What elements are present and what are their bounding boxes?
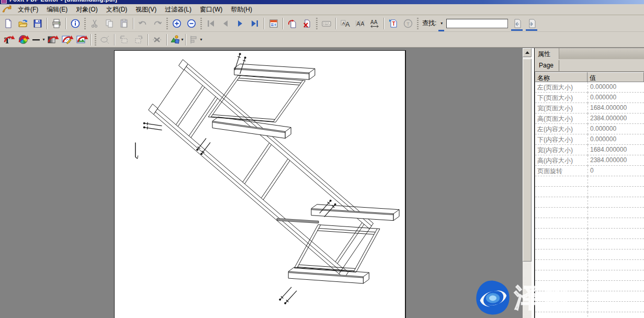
property-name bbox=[535, 302, 587, 312]
font-spacing-button[interactable]: AA bbox=[353, 17, 367, 30]
toolbar-separator bbox=[383, 18, 385, 29]
add-text-object-button[interactable]: T bbox=[2, 33, 15, 46]
toolbar-separator bbox=[264, 18, 265, 29]
print-button[interactable] bbox=[50, 17, 63, 30]
toolbar-separator bbox=[185, 34, 186, 46]
find-options-dropdown[interactable]: ▾ bbox=[438, 17, 445, 30]
next-page-button[interactable] bbox=[233, 17, 247, 30]
property-value[interactable]: 0.000000 bbox=[587, 124, 644, 134]
menu-item-2[interactable]: 编辑(E) bbox=[42, 4, 72, 15]
property-name bbox=[535, 270, 587, 281]
delete-page-button[interactable] bbox=[300, 17, 314, 30]
font-size-button[interactable]: AA bbox=[338, 17, 352, 30]
page-layout-icon bbox=[268, 18, 279, 29]
property-row-empty bbox=[535, 229, 644, 239]
menu-item-5[interactable]: 视图(V) bbox=[131, 4, 161, 15]
canvas-area[interactable] bbox=[0, 48, 523, 318]
clone-object-button bbox=[98, 33, 112, 46]
toolbar-grip[interactable] bbox=[200, 18, 202, 29]
property-value[interactable]: 1684.000000 bbox=[587, 145, 644, 155]
add-text-page-button[interactable]: T bbox=[387, 17, 400, 30]
prev-page-icon bbox=[220, 18, 231, 29]
align-objects-button: ▾ bbox=[188, 33, 202, 46]
menu-item-6[interactable]: 过滤器(L) bbox=[161, 4, 196, 15]
property-name bbox=[535, 291, 587, 302]
property-row-empty bbox=[535, 291, 644, 302]
menu-item-8[interactable]: 帮助(H) bbox=[227, 4, 256, 15]
property-row: 下(内容大小)0.000000 bbox=[535, 134, 644, 145]
document-icon[interactable] bbox=[2, 5, 12, 14]
properties-rows: 左(页面大小)0.000000下(页面大小)0.000000宽(页面大小)168… bbox=[535, 82, 644, 318]
property-name: 页面旋转 bbox=[535, 166, 587, 176]
toolbar-grip[interactable] bbox=[417, 18, 419, 29]
find-previous-button[interactable] bbox=[510, 17, 524, 30]
property-row-empty bbox=[535, 302, 644, 312]
add-text-icon: T bbox=[388, 18, 399, 29]
property-row: 左(页面大小)0.000000 bbox=[535, 82, 644, 93]
property-value bbox=[587, 270, 644, 281]
toolbar-grip[interactable] bbox=[316, 18, 318, 29]
property-name: 高(页面大小) bbox=[535, 113, 587, 124]
property-row-empty bbox=[535, 187, 644, 197]
scrollbar-thumb[interactable] bbox=[523, 59, 532, 262]
property-row-empty bbox=[535, 208, 644, 218]
menu-item-7[interactable]: 窗口(W) bbox=[196, 4, 227, 15]
property-value[interactable]: 0.000000 bbox=[587, 82, 644, 93]
text-tool-icon: T bbox=[3, 34, 14, 46]
shapes-icon bbox=[170, 34, 181, 46]
property-value[interactable]: 2384.000000 bbox=[587, 113, 644, 124]
toolbar-separator bbox=[283, 18, 284, 29]
rotate-right-icon bbox=[133, 34, 144, 46]
chevron-down-icon: ▾ bbox=[440, 21, 443, 26]
find-input[interactable] bbox=[446, 19, 508, 28]
last-page-button[interactable] bbox=[248, 17, 262, 30]
properties-panel-caption: 属性 bbox=[535, 48, 644, 59]
app-icon bbox=[1, 0, 7, 4]
save-file-button[interactable] bbox=[31, 17, 44, 30]
toolbar-separator bbox=[335, 18, 336, 29]
pdf-page bbox=[114, 50, 406, 318]
insert-page-button[interactable] bbox=[286, 17, 299, 30]
page-layout-button[interactable] bbox=[267, 17, 280, 30]
tab-page[interactable]: Page bbox=[535, 60, 559, 71]
add-color-button[interactable] bbox=[16, 33, 30, 46]
property-name: 宽(页面大小) bbox=[535, 103, 587, 113]
toolbar-grip[interactable] bbox=[166, 18, 168, 29]
rotate-left-icon bbox=[118, 34, 130, 46]
new-file-button[interactable] bbox=[2, 17, 15, 30]
add-image-button[interactable] bbox=[75, 33, 88, 46]
application-window: Foxit PDF Editor - [dianlandang.pdf] 文件(… bbox=[0, 0, 644, 318]
property-value[interactable]: 1684.000000 bbox=[587, 103, 644, 113]
toolbar-separator bbox=[114, 34, 115, 46]
property-value[interactable]: 0.000000 bbox=[587, 93, 644, 103]
next-page-icon bbox=[235, 18, 245, 29]
font-width-button[interactable]: AA bbox=[368, 17, 381, 30]
document-info-button[interactable] bbox=[69, 17, 82, 30]
zoom-in-button[interactable] bbox=[170, 17, 184, 30]
zoom-out-button[interactable] bbox=[185, 17, 198, 30]
keyboard-button[interactable] bbox=[320, 17, 333, 30]
scroll-up-button[interactable] bbox=[523, 48, 532, 57]
menu-item-4[interactable]: 文档(D) bbox=[102, 4, 132, 15]
property-name: 高(内容大小) bbox=[535, 155, 587, 166]
property-value bbox=[587, 249, 644, 260]
redo-icon bbox=[152, 18, 163, 29]
edit-image-button[interactable] bbox=[60, 33, 74, 46]
toolbar-separator bbox=[166, 34, 167, 46]
line-style-button[interactable]: ▾ bbox=[31, 33, 44, 46]
insert-shapes-button[interactable]: ▾ bbox=[170, 33, 183, 46]
svg-text:T: T bbox=[406, 21, 410, 26]
font-aa-icon: AA bbox=[355, 18, 365, 29]
property-value[interactable]: 2384.000000 bbox=[587, 155, 644, 166]
menu-item-3[interactable]: 对象(O) bbox=[72, 4, 101, 15]
find-next-button[interactable] bbox=[525, 17, 538, 30]
redo-button bbox=[151, 17, 164, 30]
property-value[interactable]: 0.000000 bbox=[587, 134, 644, 145]
menu-item-1[interactable]: 文件(F) bbox=[14, 4, 42, 15]
property-value[interactable]: 0 bbox=[587, 166, 644, 176]
toolbar-grip[interactable] bbox=[95, 34, 96, 46]
open-file-button[interactable] bbox=[16, 17, 30, 30]
canvas-vertical-scrollbar[interactable] bbox=[523, 48, 532, 318]
add-shading-button[interactable] bbox=[46, 33, 59, 46]
toolbar-grip[interactable] bbox=[84, 18, 86, 29]
